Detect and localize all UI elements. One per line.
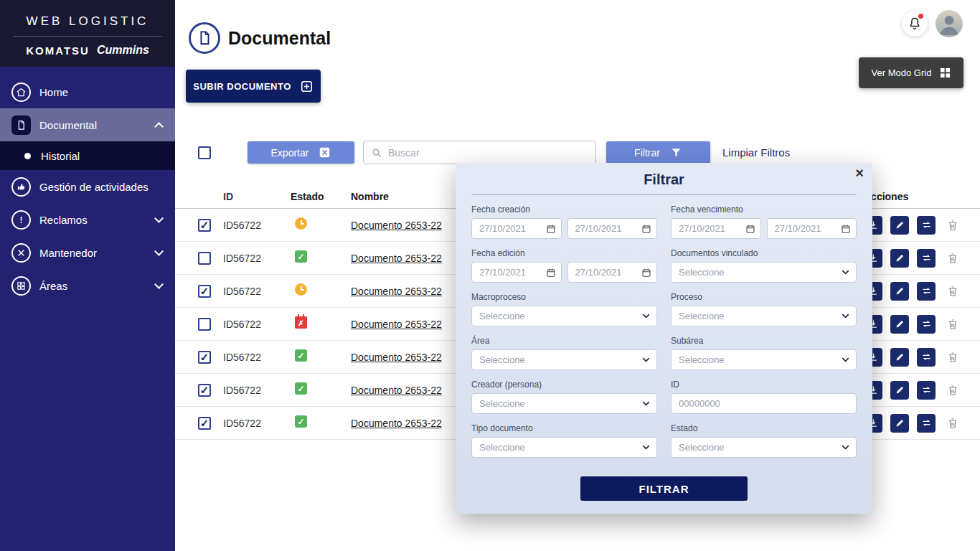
edit-button[interactable] [890,216,909,235]
table-toolbar: Exportar Filtrar Limpiar Filtros [198,141,980,164]
sidebar-item-reclamos[interactable]: Reclamos [0,203,175,236]
document-link[interactable]: Documento 2653-22 [351,220,442,231]
delete-button[interactable] [943,282,962,301]
edit-button[interactable] [890,282,909,301]
upload-document-button[interactable]: SUBIR DOCUMENTO [186,70,321,103]
swap-arrows-icon [921,286,932,296]
document-icon [11,116,31,135]
date-input-edicion-from[interactable]: 27/10/2021 [471,262,562,283]
pencil-icon [895,418,905,428]
row-checkbox[interactable] [198,384,211,397]
select-documentos-vinculado[interactable]: Seleccione [671,262,857,283]
delete-button[interactable] [943,381,962,400]
transfer-button[interactable] [917,414,936,433]
row-checkbox[interactable] [198,219,211,232]
select-tipo-documento[interactable]: Seleccione [471,437,657,458]
transfer-button[interactable] [917,249,936,268]
transfer-button[interactable] [917,216,936,235]
sidebar-item-home[interactable]: Home [0,75,175,108]
delete-button[interactable] [943,315,962,334]
field-fecha-edicion: Fecha edición 27/10/2021 27/10/2021 [471,248,657,283]
row-checkbox[interactable] [198,285,211,298]
field-label: ID [671,380,857,390]
notifications-button[interactable] [902,11,928,37]
pencil-icon [895,253,905,263]
row-checkbox[interactable] [198,351,211,364]
sidebar-item-gestion-actividades[interactable]: Gestión de actividades [0,170,175,203]
select-proceso[interactable]: Seleccione [671,306,857,326]
row-checkbox[interactable] [198,252,211,265]
document-link[interactable]: Documento 2653-22 [351,319,442,330]
filter-button[interactable]: Filtrar [606,141,710,164]
edit-button[interactable] [890,348,909,367]
select-all-checkbox[interactable] [198,146,211,159]
select-macroproceso[interactable]: Seleccione [471,306,657,326]
clear-filters-link[interactable]: Limpiar Filtros [722,146,790,159]
field-fecha-vencimiento: Fecha vencimiento 27/10/2021 27/10/2021 [671,204,857,239]
row-checkbox[interactable] [198,318,211,331]
date-input-vencimiento-to[interactable]: 27/10/2021 [767,218,857,239]
chevron-down-icon [841,355,850,364]
select-subarea[interactable]: Seleccione [671,349,857,370]
document-link[interactable]: Documento 2653-22 [351,385,442,396]
row-id: ID56722 [223,286,291,297]
tools-icon [11,243,31,263]
search-box [363,141,596,164]
field-estado: Estado Seleccione [671,423,857,458]
notification-badge [918,14,923,19]
select-area[interactable]: Seleccione [471,349,657,370]
sidebar-item-label: Gestión de actividades [39,181,149,193]
transfer-button[interactable] [917,381,936,400]
delete-button[interactable] [943,414,962,433]
sidebar-item-label: Home [39,86,68,98]
filter-button-label: Filtrar [634,147,660,159]
field-label: Proceso [671,292,857,302]
sidebar-item-historial[interactable]: Historial [0,141,175,170]
trash-icon [946,417,959,430]
delete-button[interactable] [943,249,962,268]
select-creador[interactable]: Seleccione [471,393,657,414]
export-button[interactable]: Exportar [248,141,354,164]
row-id: ID56722 [223,319,291,330]
search-input[interactable] [388,147,588,159]
document-link[interactable]: Documento 2653-22 [351,253,442,264]
edit-button[interactable] [890,315,909,334]
select-value: Seleccione [679,354,725,365]
document-link[interactable]: Documento 2653-22 [351,418,442,429]
delete-button[interactable] [943,216,962,235]
document-link[interactable]: Documento 2653-22 [351,286,442,297]
date-input-creacion-to[interactable]: 27/10/2021 [567,218,658,239]
date-input-vencimiento-from[interactable]: 27/10/2021 [671,218,761,239]
edit-button[interactable] [890,249,909,268]
document-page-icon [189,22,220,54]
sidebar-item-documental[interactable]: Documental [0,108,175,141]
chevron-down-icon [841,443,850,452]
edit-button[interactable] [890,381,909,400]
chevron-down-icon [641,443,651,452]
date-input-edicion-to[interactable]: 27/10/2021 [567,262,658,283]
grid-mode-button[interactable]: Ver Modo Grid [859,57,963,88]
document-link[interactable]: Documento 2653-22 [351,352,442,363]
date-input-creacion-from[interactable]: 27/10/2021 [471,218,562,239]
transfer-button[interactable] [917,282,936,301]
excel-export-icon [319,146,331,159]
avatar[interactable] [936,10,963,37]
close-icon[interactable]: × [855,166,864,180]
trash-icon [946,252,959,265]
field-id: ID [671,380,857,414]
transfer-button[interactable] [917,315,936,334]
sidebar-item-areas[interactable]: Áreas [0,269,175,302]
transfer-button[interactable] [917,348,936,367]
chevron-down-icon [641,355,651,364]
delete-button[interactable] [943,348,962,367]
id-input[interactable] [679,398,849,409]
row-checkbox[interactable] [198,417,211,430]
trash-icon [946,285,959,298]
search-icon [371,147,382,159]
edit-button[interactable] [890,414,909,433]
status-icon [295,250,307,263]
sidebar-item-mantenedor[interactable]: Mantenedor [0,236,175,269]
filter-submit-button[interactable]: FILTRAR [580,476,748,501]
select-estado[interactable]: Seleccione [671,437,857,458]
status-icon [295,349,307,362]
